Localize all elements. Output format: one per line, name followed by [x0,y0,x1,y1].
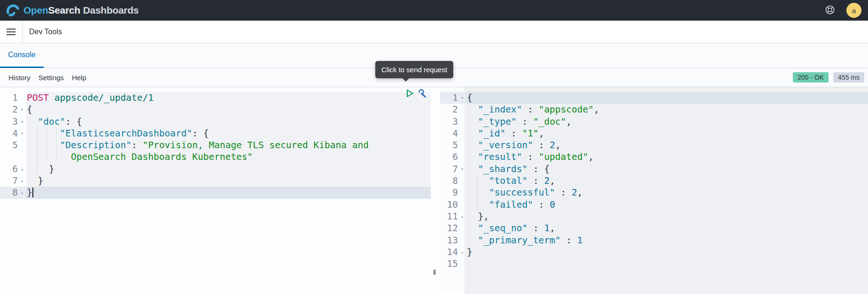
code-text: "_seq_no" : 1, [466,222,868,234]
request-editor[interactable]: 1POST appscode/_update/12▾{3▾ "doc": {4▾… [0,87,431,294]
settings-menu[interactable]: Settings [39,74,64,82]
line-number: 3 [440,116,458,128]
fold-gutter [458,199,466,211]
fold-gutter [458,222,466,234]
code-line: 3▾ "doc": { [0,116,431,128]
avatar-letter: a [852,7,856,15]
code-text: "total" : 2, [466,175,868,187]
hamburger-icon [7,29,16,35]
fold-gutter [18,92,26,104]
code-text: } [26,187,431,198]
opensearch-logo-icon [7,4,20,17]
fold-gutter [458,139,466,151]
line-number: 8 [0,187,18,198]
duration-badge: 455 ms [833,72,864,83]
text-cursor [32,188,33,197]
code-line: 4▾ "ElasticsearchDashboard": { [0,128,431,139]
line-number: 5 [0,139,18,151]
code-text: "_type" : "_doc", [466,116,868,128]
indent-guide [37,151,38,163]
indent-guide [37,128,38,139]
fold-gutter [18,151,26,163]
code-line: 5 "Description": "Provision, Manage TLS … [0,139,431,151]
help-menu[interactable]: Help [72,74,86,82]
app-header: OpenSearchDashboards a [0,0,868,21]
history-menu[interactable]: History [8,74,31,82]
fold-toggle-icon[interactable]: ▴ [458,246,466,258]
code-text: "successful" : 2, [466,187,868,198]
code-line: 9 "successful" : 2, [440,187,868,198]
code-line: 7▾ "_shards" : { [440,163,868,175]
pane-resizer-handle[interactable]: ‖ [428,265,441,279]
code-text: "_id" : "1", [466,128,868,139]
indent-guide [477,187,478,198]
code-line: 1▾{ [440,92,868,104]
console-workspace: 1POST appscode/_update/12▾{3▾ "doc": {4▾… [0,87,868,294]
line-number: 4 [440,128,458,139]
request-options-button[interactable] [417,88,428,99]
send-request-tooltip: Click to send request [375,61,453,78]
indent-guide [477,175,478,187]
code-line: 13 "_primary_term" : 1 [440,234,868,246]
nav-bar: Dev Tools [0,21,868,43]
status-badge: 200 - OK [793,72,829,83]
fold-toggle-icon[interactable]: ▾ [18,116,26,128]
code-text: "failed" : 0 [466,199,868,211]
line-number: 7 [440,163,458,175]
tab-console[interactable]: Console [0,43,44,68]
line-number: 1 [0,92,18,104]
code-text: OpenSearch Dashboards Kubernetes" [26,151,431,163]
life-ring-icon [824,4,836,15]
code-line: 5 "_version" : 2, [440,139,868,151]
user-avatar[interactable]: a [846,3,861,18]
line-number: 4 [0,128,18,139]
line-number: 11 [440,211,458,222]
code-text: "result" : "updated", [466,151,868,163]
code-line: 8▴} [0,187,431,198]
code-line: 2▾{ [0,104,431,115]
code-line: 15 [440,258,868,270]
fold-gutter [458,104,466,115]
line-number: 6 [440,151,458,163]
fold-toggle-icon[interactable]: ▾ [458,163,466,175]
line-number [0,151,18,163]
fold-gutter [458,234,466,246]
help-menu-button[interactable] [824,4,836,16]
opensearch-logo: OpenSearchDashboards [7,4,139,17]
code-text: } [26,163,431,175]
code-line: 1POST appscode/_update/1 [0,92,431,104]
line-number: 7 [0,175,18,187]
line-number: 5 [440,139,458,151]
indent-guide [46,151,47,163]
fold-toggle-icon[interactable]: ▾ [18,128,26,139]
fold-toggle-icon[interactable]: ▴ [18,187,26,198]
line-number: 14 [440,246,458,258]
indent-guide [56,151,56,163]
code-line: 3 "_type" : "_doc", [440,116,868,128]
fold-gutter [458,128,466,139]
code-text: "_version" : 2, [466,139,868,151]
breadcrumb: Dev Tools [29,28,62,36]
hamburger-menu-button[interactable] [0,21,23,43]
indent-guide [56,128,56,139]
code-line: 2 "_index" : "appscode", [440,104,868,115]
line-number: 3 [0,116,18,128]
fold-toggle-icon[interactable]: ▴ [458,211,466,222]
code-text: "doc": { [26,116,431,128]
code-text: "ElasticsearchDashboard": { [26,128,431,139]
line-number: 12 [440,222,458,234]
logo-text: OpenSearchDashboards [23,5,139,16]
code-line: 11▴ }, [440,211,868,222]
code-text: POST appscode/_update/1 [26,92,431,104]
fold-toggle-icon[interactable]: ▾ [458,92,466,104]
code-line: 12 "_seq_no" : 1, [440,222,868,234]
fold-toggle-icon[interactable]: ▴ [18,175,26,187]
fold-gutter [18,139,26,151]
send-request-button[interactable] [404,88,415,99]
wrench-icon [417,88,427,98]
fold-gutter [458,258,466,270]
fold-toggle-icon[interactable]: ▴ [18,163,26,175]
fold-gutter [458,187,466,198]
play-icon [404,88,415,98]
fold-toggle-icon[interactable]: ▾ [18,104,26,115]
